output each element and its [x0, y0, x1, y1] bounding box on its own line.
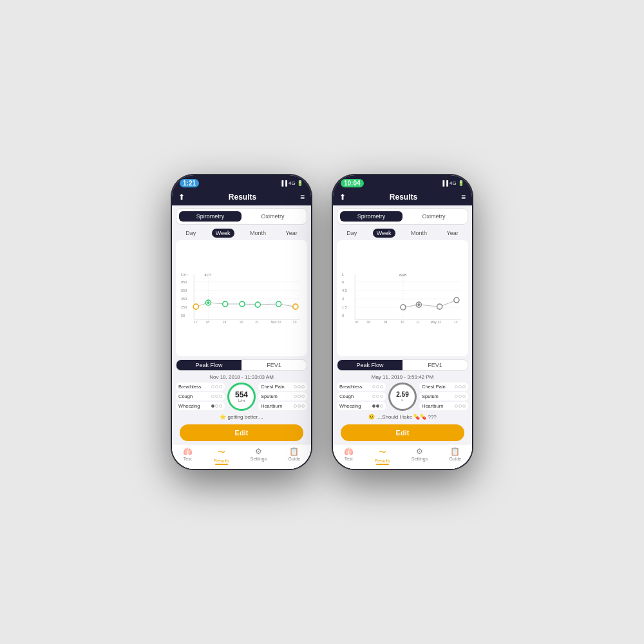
nav-results-2[interactable]: 〜 Results [375, 447, 390, 465]
svg-text:08: 08 [366, 320, 370, 324]
phone-2-chart: L 6 4.5 3 1.5 0 [337, 240, 468, 356]
svg-point-19 [255, 302, 260, 307]
mtab-peakflow-2[interactable]: Peak Flow [337, 360, 402, 370]
svg-text:09: 09 [384, 320, 388, 324]
phone-1-main-tabs[interactable]: Spirometry Oximetry [176, 208, 307, 225]
symptom-chestpain-1: Chest Pain [258, 383, 307, 391]
nav-test-1[interactable]: 🫁 Test [183, 447, 193, 465]
symptom-breathless-1: Breathless [176, 383, 225, 391]
period-year-2[interactable]: Year [443, 229, 462, 238]
phone-1-content: Spirometry Oximetry Day Week Month Year [172, 205, 311, 469]
phone-2-symptoms-right: Chest Pain Sputum [419, 383, 468, 411]
phone-1-notch: 1:21 ▐▐ 4G 🔋 [172, 175, 311, 190]
phone-1-status: ▐▐ 4G 🔋 [280, 180, 303, 186]
period-month-2[interactable]: Month [407, 229, 431, 238]
symptom-chestpain-2: Chest Pain [419, 383, 468, 391]
svg-point-47 [454, 298, 459, 303]
menu-icon-2[interactable]: ≡ [461, 193, 466, 202]
value-display-2: 2.59 L [388, 383, 417, 411]
svg-text:19: 19 [223, 320, 227, 324]
period-day-2[interactable]: Day [343, 229, 361, 238]
svg-point-16 [207, 301, 209, 304]
svg-text:0: 0 [342, 314, 344, 317]
period-week-2[interactable]: Week [373, 229, 395, 238]
phone-2-period-tabs[interactable]: Day Week Month Year [333, 227, 472, 239]
nav-results-1[interactable]: 〜 Results [214, 447, 229, 465]
period-week-1[interactable]: Week [212, 229, 234, 238]
settings-label-2: Settings [412, 457, 428, 461]
nav-guide-2[interactable]: 📋 Guide [450, 447, 462, 465]
phone-2-main-tabs[interactable]: Spirometry Oximetry [337, 208, 468, 225]
phone-1-chart: L/m 850 650 450 250 50 [176, 240, 307, 356]
phone-1-screen: 1:21 ▐▐ 4G 🔋 ⬆ Results ≡ Spirometry [172, 175, 311, 469]
tab-oximetry-2[interactable]: Oximetry [402, 211, 465, 222]
phone-2-time: 10:04 [341, 179, 364, 187]
period-day-1[interactable]: Day [182, 229, 200, 238]
results-icon-2: 〜 [379, 447, 386, 458]
phone-1-symptoms-left: Breathless Cough [176, 383, 225, 411]
nav-guide-1[interactable]: 📋 Guide [289, 447, 301, 465]
phone-2-measure-tabs[interactable]: Peak Flow FEV1 [337, 359, 468, 371]
settings-icon-2: ⚙ [416, 447, 423, 456]
share-icon-1[interactable]: ⬆ [178, 193, 185, 202]
phone-2-bottom-nav: 🫁 Test 〜 Results ⚙ Settings [333, 444, 472, 469]
guide-icon-1: 📋 [289, 447, 299, 456]
phone-2-symptoms-left: Breathless Cough [337, 383, 386, 411]
phone-2-datetime: May 11, 2019 - 3:59:42 PM [333, 373, 472, 381]
symptom-heartburn-2: Heartburn [419, 402, 468, 410]
phone-1-measure-tabs[interactable]: Peak Flow FEV1 [176, 359, 307, 371]
nav-test-2[interactable]: 🫁 Test [344, 447, 354, 465]
phone-2-feedback: 🙂 ....Should I take 💊💊 ??? [333, 412, 472, 422]
svg-text:4.5: 4.5 [342, 289, 347, 292]
results-icon-1: 〜 [218, 447, 225, 458]
nav-settings-2[interactable]: ⚙ Settings [412, 447, 428, 465]
phone-1-edit-button[interactable]: Edit [180, 424, 303, 441]
guide-label-1: Guide [289, 457, 301, 461]
menu-icon-1[interactable]: ≡ [300, 193, 305, 202]
mtab-peakflow-1[interactable]: Peak Flow [176, 360, 242, 370]
svg-text:13: 13 [454, 320, 458, 324]
svg-text:L: L [342, 272, 345, 276]
svg-point-45 [417, 303, 420, 306]
phone-2-edit-button[interactable]: Edit [341, 424, 464, 441]
test-icon-2: 🫁 [344, 447, 354, 456]
phone-1-wrapper: 1:21 ▐▐ 4G 🔋 ⬆ Results ≡ Spirometry [171, 174, 312, 470]
phone-1-symptoms-right: Chest Pain Sputum [258, 383, 307, 411]
phone-2-topbar: ⬆ Results ≡ [333, 190, 472, 205]
symptom-sputum-1: Sputum [258, 392, 307, 401]
phone-2-notch: 10:04 ▐▐ 4G 🔋 [333, 175, 472, 190]
tab-spirometry-1[interactable]: Spirometry [179, 211, 242, 222]
phone-2-title: Results [390, 193, 417, 202]
phone-1-period-tabs[interactable]: Day Week Month Year [172, 227, 311, 239]
nav-settings-1[interactable]: ⚙ Settings [251, 447, 267, 465]
mtab-fev1-1[interactable]: FEV1 [242, 360, 307, 370]
svg-text:650: 650 [181, 289, 187, 292]
value-display-1: 554 L/m [227, 383, 256, 411]
symptom-cough-1: Cough [176, 392, 225, 401]
phone-2-symptoms: Breathless Cough [337, 383, 468, 411]
guide-label-2: Guide [450, 457, 462, 461]
svg-point-43 [401, 305, 406, 310]
mtab-fev1-2[interactable]: FEV1 [402, 360, 468, 370]
phone-1-datetime: Nov 18, 2018 - 11:33:03 AM [172, 373, 311, 381]
svg-text:#177: #177 [204, 273, 211, 277]
svg-text:50: 50 [181, 314, 185, 317]
test-label-2: Test [345, 457, 353, 461]
phone-1-topbar: ⬆ Results ≡ [172, 190, 311, 205]
svg-text:450: 450 [181, 297, 187, 301]
tab-spirometry-2[interactable]: Spirometry [340, 211, 402, 222]
symptom-wheezing-1: Wheezing [176, 402, 225, 410]
symptom-sputum-2: Sputum [419, 392, 468, 401]
svg-point-20 [276, 301, 281, 307]
tab-oximetry-1[interactable]: Oximetry [242, 211, 304, 222]
phone-2-screen: 10:04 ▐▐ 4G 🔋 ⬆ Results ≡ Spirometry [333, 175, 472, 469]
share-icon-2[interactable]: ⬆ [339, 193, 346, 202]
svg-point-18 [240, 301, 245, 307]
symptom-cough-2: Cough [337, 392, 386, 401]
period-month-1[interactable]: Month [246, 229, 270, 238]
svg-text:6: 6 [342, 280, 344, 284]
test-icon-1: 🫁 [183, 447, 193, 456]
main-scene: 1:21 ▐▐ 4G 🔋 ⬆ Results ≡ Spirometry [171, 174, 473, 470]
period-year-1[interactable]: Year [282, 229, 301, 238]
phone-2-value-circle: 2.59 L [388, 383, 417, 411]
